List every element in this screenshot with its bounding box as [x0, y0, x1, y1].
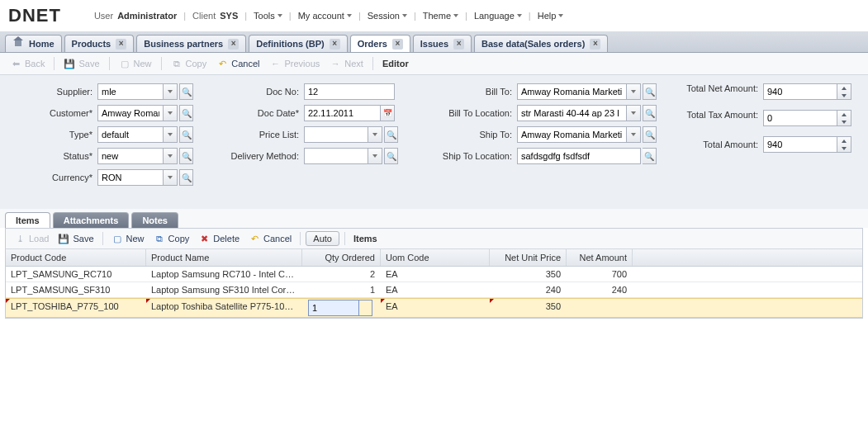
currency-label: Currency* — [10, 173, 92, 182]
currency-input[interactable] — [97, 169, 164, 186]
table-row[interactable]: LPT_SAMSUNG_SF310Laptop Samsung SF310 In… — [6, 282, 862, 298]
totalnet-input[interactable] — [763, 83, 837, 100]
search-icon: 🔍 — [387, 152, 396, 161]
table-row[interactable]: LPT_SAMSUNG_RC710Laptop Samsung RC710 - … — [6, 267, 862, 282]
delivery-dropdown[interactable] — [368, 148, 382, 164]
docdate-input[interactable] — [304, 105, 381, 121]
menu-help[interactable]: Help — [538, 11, 564, 21]
type-lookup[interactable]: 🔍 — [179, 126, 193, 143]
chevron-down-icon — [277, 14, 282, 17]
type-input[interactable] — [97, 126, 164, 143]
previous-button[interactable]: ←Previous — [267, 56, 324, 71]
supplier-lookup[interactable]: 🔍 — [179, 83, 193, 100]
totalamt-input[interactable] — [763, 136, 837, 153]
tab-items[interactable]: Items — [5, 212, 50, 228]
shipto-dropdown[interactable] — [627, 126, 641, 143]
back-button[interactable]: ⬅Back — [7, 56, 48, 71]
totaltax-spinner[interactable] — [837, 110, 851, 126]
grid-auto-button[interactable]: Auto — [306, 231, 339, 246]
col-net-amount[interactable]: Net Amount — [567, 249, 633, 266]
billloc-input[interactable] — [517, 105, 627, 121]
grid-cancel-button[interactable]: ↶Cancel — [245, 231, 295, 246]
customer-dropdown[interactable] — [164, 105, 178, 121]
customer-lookup[interactable]: 🔍 — [179, 105, 193, 121]
pricelist-input[interactable] — [304, 126, 368, 143]
menu-tools[interactable]: Tools — [254, 11, 282, 21]
menu-my-account[interactable]: My account — [298, 11, 352, 21]
currency-dropdown[interactable] — [164, 169, 178, 186]
tab-base-data-sales-orders-[interactable]: Base data(Sales orders)× — [474, 35, 608, 52]
menu-session[interactable]: Session — [368, 11, 407, 21]
customer-input[interactable] — [97, 105, 164, 121]
delivery-lookup[interactable]: 🔍 — [384, 148, 398, 164]
qty-spinner[interactable] — [359, 300, 372, 316]
col-product-name[interactable]: Product Name — [146, 249, 302, 266]
chevron-down-icon — [347, 14, 352, 17]
currency-lookup[interactable]: 🔍 — [179, 169, 193, 186]
table-row[interactable]: LPT_TOSHIBA_P775_100Laptop Toshiba Satel… — [6, 298, 862, 318]
tab-orders[interactable]: Orders× — [350, 35, 410, 52]
arrow-right-icon: → — [330, 58, 341, 69]
billto-input[interactable] — [517, 83, 627, 100]
close-icon[interactable]: × — [453, 39, 464, 50]
save-button[interactable]: 💾Save — [60, 56, 102, 71]
close-icon[interactable]: × — [330, 39, 340, 50]
menu-theme[interactable]: Theme — [423, 11, 458, 21]
status-dropdown[interactable] — [164, 148, 178, 164]
new-button[interactable]: ▢New — [116, 56, 155, 71]
tab-label: Base data(Sales orders) — [481, 39, 585, 49]
menu-language[interactable]: Language — [474, 11, 522, 21]
status-lookup[interactable]: 🔍 — [179, 148, 193, 164]
search-icon: 🔍 — [182, 130, 192, 140]
close-icon[interactable]: × — [228, 39, 239, 50]
col-uom-code[interactable]: Uom Code — [381, 249, 490, 266]
grid-new-button[interactable]: ▢New — [108, 231, 148, 246]
pricelist-dropdown[interactable] — [368, 126, 382, 143]
tab-issues[interactable]: Issues× — [413, 35, 472, 52]
copy-button[interactable]: ⧉Copy — [168, 56, 211, 71]
totalnet-spinner[interactable] — [837, 83, 851, 100]
grid-load-button[interactable]: ⤓Load — [11, 231, 52, 246]
status-input[interactable] — [97, 148, 164, 164]
billto-lookup[interactable]: 🔍 — [643, 83, 657, 100]
shiploc-input[interactable] — [517, 148, 641, 164]
supplier-dropdown[interactable] — [164, 83, 178, 100]
totalamt-spinner[interactable] — [837, 136, 851, 153]
billloc-dropdown[interactable] — [627, 105, 641, 121]
grid-copy-button[interactable]: ⧉Copy — [150, 231, 193, 246]
grid-save-button[interactable]: 💾Save — [55, 231, 97, 246]
tab-attachments[interactable]: Attachments — [53, 212, 130, 228]
docdate-calendar[interactable]: 📅 — [381, 105, 395, 121]
chevron-down-icon — [517, 14, 522, 17]
close-icon[interactable]: × — [392, 39, 403, 50]
totaltax-input[interactable] — [763, 110, 837, 126]
col-product-code[interactable]: Product Code — [6, 249, 146, 266]
tab-products[interactable]: Products× — [64, 35, 135, 52]
shipto-label: Ship To: — [421, 130, 512, 140]
docno-input[interactable] — [304, 83, 395, 100]
next-button[interactable]: →Next — [326, 56, 367, 71]
copy-icon: ⧉ — [154, 233, 165, 244]
close-icon[interactable]: × — [116, 39, 126, 50]
pricelist-lookup[interactable]: 🔍 — [384, 126, 398, 143]
tab-notes[interactable]: Notes — [131, 212, 178, 228]
user-label: User — [94, 11, 113, 21]
col-net-unit-price[interactable]: Net Unit Price — [490, 249, 567, 266]
qty-input[interactable] — [308, 300, 359, 316]
col-qty-ordered[interactable]: Qty Ordered — [302, 249, 381, 266]
supplier-input[interactable] — [97, 83, 164, 100]
tab-business-partners[interactable]: Business partners× — [136, 35, 246, 52]
billloc-lookup[interactable]: 🔍 — [643, 105, 657, 121]
type-dropdown[interactable] — [164, 126, 178, 143]
shipto-input[interactable] — [517, 126, 627, 143]
grid-toolbar: ⤓Load 💾Save ▢New ⧉Copy ✖Delete ↶Cancel A… — [6, 229, 862, 249]
cancel-button[interactable]: ↶Cancel — [213, 56, 263, 71]
shiploc-lookup[interactable]: 🔍 — [643, 148, 657, 164]
tab-definitions-bp-[interactable]: Definitions (BP)× — [249, 35, 348, 52]
close-icon[interactable]: × — [590, 39, 600, 50]
billto-dropdown[interactable] — [627, 83, 641, 100]
delivery-input[interactable] — [304, 148, 368, 164]
shipto-lookup[interactable]: 🔍 — [643, 126, 657, 143]
grid-delete-button[interactable]: ✖Delete — [195, 231, 243, 246]
tab-home[interactable]: Home — [5, 35, 62, 52]
